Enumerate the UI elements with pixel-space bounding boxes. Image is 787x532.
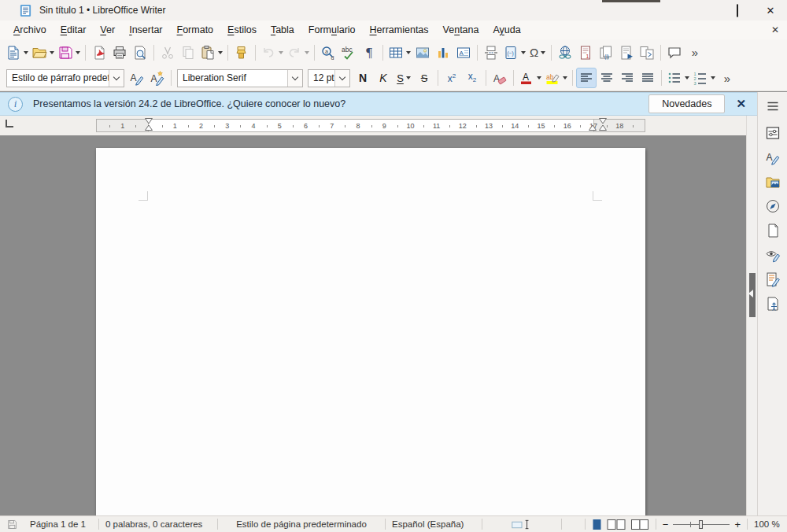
clear-formatting-button[interactable]: A xyxy=(490,68,510,88)
insert-textbox-button[interactable]: A xyxy=(453,42,474,63)
close-button[interactable]: ✕ xyxy=(754,0,787,20)
menu-ventana[interactable]: Ventana xyxy=(436,22,486,38)
sidebar-settings-button[interactable] xyxy=(762,95,784,117)
page-number-status[interactable]: Página 1 de 1 xyxy=(24,516,98,532)
strikethrough-button[interactable]: S xyxy=(414,68,434,88)
new-document-button[interactable] xyxy=(4,42,30,63)
menu-archivo[interactable]: Archivo xyxy=(6,22,54,38)
undo-button[interactable] xyxy=(259,42,285,63)
print-preview-button[interactable] xyxy=(130,42,150,63)
menu-formato[interactable]: Formato xyxy=(170,22,221,38)
sidebar-collapse-arrow-icon[interactable] xyxy=(748,290,753,297)
paste-button[interactable] xyxy=(198,42,224,63)
paragraph-style-combo[interactable]: Estilo de párrafo predetermi xyxy=(6,69,124,87)
menu-insertar[interactable]: Insertar xyxy=(122,22,169,38)
maximize-button[interactable] xyxy=(721,0,754,20)
open-button[interactable] xyxy=(30,42,56,63)
superscript-button[interactable]: x2 xyxy=(442,68,462,88)
horizontal-ruler[interactable]: 1123456789101112131415161718 xyxy=(96,119,645,132)
zoom-percentage[interactable]: 100 % xyxy=(748,516,787,532)
zoom-slider-track[interactable] xyxy=(673,520,730,529)
indent-marker-right[interactable] xyxy=(588,124,597,131)
insert-field-button[interactable]: (−) xyxy=(501,42,527,63)
zoom-in-icon[interactable]: + xyxy=(734,519,741,530)
chevron-down-icon[interactable] xyxy=(287,70,302,87)
menu-ayuda[interactable]: Ayuda xyxy=(486,22,527,38)
insert-endnote-button[interactable]: (i) xyxy=(596,42,616,63)
bold-button[interactable]: N xyxy=(353,68,373,88)
clone-formatting-button[interactable] xyxy=(231,42,252,63)
chevron-down-icon[interactable] xyxy=(334,70,349,87)
align-center-button[interactable] xyxy=(597,68,617,88)
new-style-button[interactable]: A xyxy=(147,68,168,88)
language-status[interactable]: Español (España) xyxy=(386,516,482,532)
sidebar-properties-button[interactable] xyxy=(762,122,784,144)
menu-formulario[interactable]: Formulario xyxy=(301,22,363,38)
insert-image-button[interactable] xyxy=(412,42,433,63)
zoom-out-icon[interactable]: − xyxy=(663,519,669,530)
save-status-cell[interactable] xyxy=(0,516,24,532)
redo-button[interactable] xyxy=(285,42,311,63)
insert-comment-button[interactable] xyxy=(664,42,685,63)
subscript-button[interactable]: x2 xyxy=(462,68,482,88)
insert-cross-reference-button[interactable] xyxy=(637,42,657,63)
menu-editar[interactable]: Editar xyxy=(54,22,94,38)
word-count-status[interactable]: 0 palabras, 0 caracteres xyxy=(99,516,217,532)
minimize-button[interactable] xyxy=(688,0,721,20)
update-style-button[interactable]: A xyxy=(127,68,147,88)
indent-marker-first-line[interactable] xyxy=(144,117,153,131)
sidebar-track-changes-button[interactable] xyxy=(762,268,784,290)
insert-bookmark-button[interactable] xyxy=(616,42,637,63)
align-right-button[interactable] xyxy=(617,68,637,88)
zoom-slider[interactable]: − + xyxy=(656,516,747,532)
highlight-color-button[interactable]: ab xyxy=(543,68,569,88)
save-button[interactable] xyxy=(56,42,82,63)
insert-special-char-button[interactable]: Ω xyxy=(527,42,548,63)
italic-button[interactable]: K xyxy=(373,68,394,88)
tab-stop-selector[interactable] xyxy=(6,120,13,127)
justify-button[interactable] xyxy=(637,68,658,88)
novedades-button[interactable]: Novedades xyxy=(648,94,725,113)
print-button[interactable] xyxy=(109,42,130,63)
multi-page-view-icon[interactable] xyxy=(607,519,626,530)
sidebar-style-inspector-button[interactable] xyxy=(762,244,784,266)
menu-herramientas[interactable]: Herramientas xyxy=(363,22,436,38)
sidebar-gallery-button[interactable] xyxy=(762,171,784,193)
find-replace-button[interactable]: ad xyxy=(318,42,338,63)
vertical-scrollbar[interactable] xyxy=(746,116,757,515)
font-color-button[interactable]: A xyxy=(517,68,543,88)
infobar-close-icon[interactable]: ✕ xyxy=(736,97,746,111)
export-pdf-button[interactable] xyxy=(89,42,109,63)
font-name-combo[interactable]: Liberation Serif xyxy=(177,69,303,87)
single-page-view-icon[interactable] xyxy=(592,519,602,530)
sidebar-styles-button[interactable]: A xyxy=(762,146,784,168)
more-tools-button[interactable]: » xyxy=(685,42,705,63)
insert-table-button[interactable] xyxy=(386,42,412,63)
zoom-slider-handle[interactable] xyxy=(699,520,703,529)
align-left-button[interactable] xyxy=(576,68,597,88)
insert-page-break-button[interactable] xyxy=(481,42,501,63)
underline-button[interactable]: S xyxy=(394,68,414,88)
book-view-icon[interactable] xyxy=(630,519,649,530)
menu-ver[interactable]: Ver xyxy=(93,22,122,38)
insert-chart-button[interactable] xyxy=(433,42,453,63)
close-document-button[interactable]: ✕ xyxy=(771,24,779,35)
indent-marker-left[interactable] xyxy=(598,117,608,131)
spelling-button[interactable]: abc xyxy=(338,42,359,63)
sidebar-page-button[interactable] xyxy=(762,220,784,242)
sidebar-accessibility-button[interactable] xyxy=(762,293,784,315)
sidebar-navigator-button[interactable] xyxy=(762,195,784,217)
font-size-combo[interactable]: 12 pt xyxy=(308,69,350,87)
formatting-marks-button[interactable]: ¶ xyxy=(359,42,379,63)
cut-button[interactable] xyxy=(157,42,178,63)
chevron-down-icon[interactable] xyxy=(109,70,124,87)
menu-estilos[interactable]: Estilos xyxy=(220,22,264,38)
numbered-list-button[interactable]: 123 xyxy=(691,68,717,88)
more-formatting-button[interactable]: » xyxy=(717,68,737,88)
page-style-status[interactable]: Estilo de página predeterminado xyxy=(218,516,385,532)
selection-mode-status[interactable] xyxy=(482,516,561,532)
insert-hyperlink-button[interactable] xyxy=(555,42,575,63)
menu-tabla[interactable]: Tabla xyxy=(264,22,301,38)
copy-button[interactable] xyxy=(178,42,198,63)
bullet-list-button[interactable] xyxy=(665,68,691,88)
